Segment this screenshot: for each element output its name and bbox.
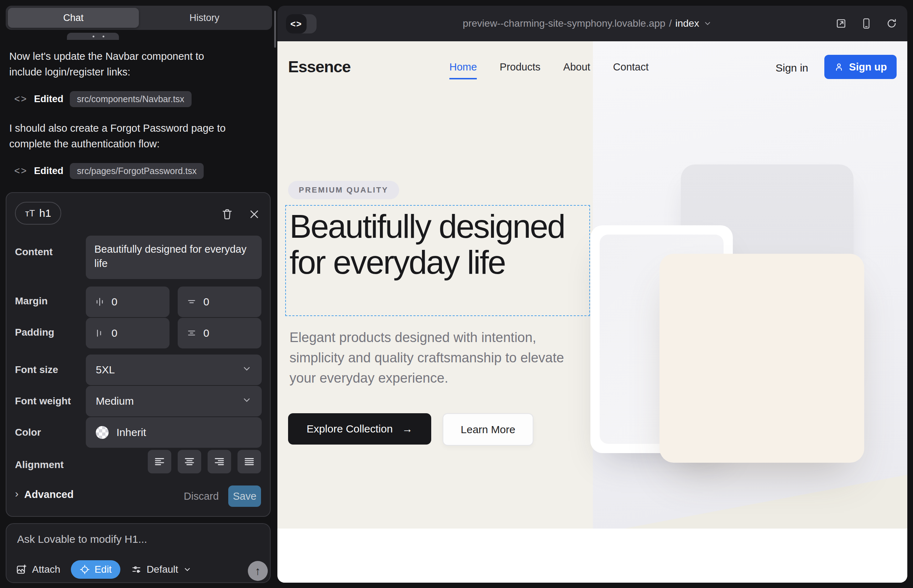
nav-link-products[interactable]: Products xyxy=(500,61,540,79)
hero-paragraph: Elegant products designed with intention… xyxy=(290,328,575,388)
chat-scrollbar[interactable] xyxy=(274,11,276,48)
url-bar[interactable]: preview--charming-site-symphony.lovable.… xyxy=(463,6,712,41)
mode-label: Default xyxy=(147,564,178,575)
site-preview: Essence Home Products About Contact Sign… xyxy=(277,41,907,583)
margin-x-input[interactable] xyxy=(112,296,158,308)
padding-x-field xyxy=(86,318,170,349)
sign-up-button[interactable]: Sign up xyxy=(824,55,897,79)
padding-y-field xyxy=(178,318,261,349)
align-center-button[interactable] xyxy=(178,450,201,473)
edit-label: Edit xyxy=(94,564,112,575)
margin-vertical-icon xyxy=(186,297,197,307)
explore-collection-label: Explore Collection xyxy=(307,423,393,435)
attach-button[interactable]: Attach xyxy=(16,564,60,575)
content-label: Content xyxy=(15,246,53,258)
edited-file-row: <> Edited src/pages/ForgotPassword.tsx xyxy=(14,163,204,179)
padding-vertical-icon xyxy=(186,328,197,339)
attach-image-icon xyxy=(16,564,27,575)
element-editor-panel: тT h1 Content Beautifully designed for e… xyxy=(6,192,270,517)
font-weight-value: Medium xyxy=(96,395,134,407)
chat-message: I should also create a Forgot Password p… xyxy=(9,120,240,152)
crosshair-icon xyxy=(79,564,90,575)
font-weight-label: Font weight xyxy=(15,396,71,407)
browser-toolbar-icons xyxy=(835,6,897,41)
margin-y-input[interactable] xyxy=(203,296,249,308)
open-external-icon[interactable] xyxy=(835,18,847,29)
nav-link-home[interactable]: Home xyxy=(449,61,477,79)
alignment-label: Alignment xyxy=(15,459,64,470)
composer-toolbar: Attach Edit Default xyxy=(16,560,191,579)
font-size-value: 5XL xyxy=(96,364,115,376)
margin-horizontal-icon xyxy=(94,297,105,307)
scrolled-chip-peek xyxy=(67,33,119,40)
file-chip[interactable]: src/pages/ForgotPassword.tsx xyxy=(70,163,204,179)
font-size-label: Font size xyxy=(15,364,58,375)
explore-collection-button[interactable]: Explore Collection → xyxy=(288,413,431,444)
site-logo[interactable]: Essence xyxy=(288,58,351,76)
chevron-down-icon xyxy=(703,19,712,28)
send-button[interactable]: ↑ xyxy=(248,561,268,581)
chat-history-tabs: Chat History xyxy=(6,6,272,30)
edited-label: Edited xyxy=(34,94,64,105)
element-tag-label: h1 xyxy=(39,207,51,219)
align-left-button[interactable] xyxy=(148,450,171,473)
refresh-icon[interactable] xyxy=(886,18,897,29)
trash-icon xyxy=(221,208,233,221)
align-right-button[interactable] xyxy=(207,450,231,473)
align-justify-icon xyxy=(243,456,255,468)
align-justify-button[interactable] xyxy=(238,450,261,473)
content-input[interactable]: Beautifully designed for everyday life xyxy=(86,236,262,279)
mode-selector[interactable]: Default xyxy=(131,564,192,575)
tab-chat[interactable]: Chat xyxy=(8,8,139,28)
close-editor-button[interactable] xyxy=(247,207,261,221)
edit-mode-button[interactable]: Edit xyxy=(71,560,120,579)
align-center-icon xyxy=(183,456,196,468)
url-domain: preview--charming-site-symphony.lovable.… xyxy=(463,18,665,29)
chat-message: Now let's update the Navbar component to… xyxy=(9,48,223,80)
advanced-label: Advanced xyxy=(24,489,74,501)
code-icon: <> xyxy=(14,94,28,105)
hero-heading[interactable]: Beautifully designed for everyday life xyxy=(290,208,581,281)
tab-history[interactable]: History xyxy=(139,8,270,28)
edited-file-row: <> Edited src/components/Navbar.tsx xyxy=(14,91,191,107)
typography-icon: тT xyxy=(25,208,35,219)
url-page: index xyxy=(675,18,699,29)
chevron-down-icon xyxy=(242,364,252,374)
mobile-view-icon[interactable] xyxy=(861,18,872,29)
arrow-right-icon: → xyxy=(402,423,413,435)
sign-in-link[interactable]: Sign in xyxy=(775,62,808,74)
site-nav: Home Products About Contact xyxy=(449,61,649,79)
file-chip[interactable]: src/components/Navbar.tsx xyxy=(70,91,191,107)
advanced-toggle[interactable]: › Advanced xyxy=(15,488,74,501)
color-select[interactable]: Inherit xyxy=(86,417,262,448)
close-icon xyxy=(249,208,260,220)
sign-up-label: Sign up xyxy=(849,61,887,73)
margin-label: Margin xyxy=(15,296,48,307)
color-swatch xyxy=(96,426,108,439)
discard-button[interactable]: Discard xyxy=(184,491,219,502)
attach-label: Attach xyxy=(32,564,60,575)
delete-element-button[interactable] xyxy=(220,207,234,221)
premium-quality-badge: PREMIUM QUALITY xyxy=(288,181,399,199)
padding-label: Padding xyxy=(15,327,54,338)
composer-input[interactable] xyxy=(17,533,259,552)
code-preview-toggle[interactable]: <> xyxy=(286,14,317,34)
align-left-icon xyxy=(154,456,165,468)
font-weight-select[interactable]: Medium xyxy=(86,386,262,417)
nav-link-about[interactable]: About xyxy=(563,61,590,79)
selected-element-tag[interactable]: тT h1 xyxy=(15,202,61,225)
preview-browser-window: <> preview--charming-site-symphony.lovab… xyxy=(277,6,907,583)
sliders-icon xyxy=(131,564,142,575)
chevron-down-icon xyxy=(242,395,252,405)
font-size-select[interactable]: 5XL xyxy=(86,354,262,385)
lovable-editor-screen: Chat History Now let's update the Navbar… xyxy=(0,0,913,588)
color-label: Color xyxy=(15,427,41,438)
padding-x-input[interactable] xyxy=(112,327,158,339)
chevron-right-icon: › xyxy=(15,488,18,500)
learn-more-button[interactable]: Learn More xyxy=(443,413,533,446)
margin-x-field xyxy=(86,286,170,317)
padding-horizontal-icon xyxy=(94,328,105,339)
save-button[interactable]: Save xyxy=(228,486,261,507)
padding-y-input[interactable] xyxy=(203,327,249,339)
nav-link-contact[interactable]: Contact xyxy=(613,61,649,79)
